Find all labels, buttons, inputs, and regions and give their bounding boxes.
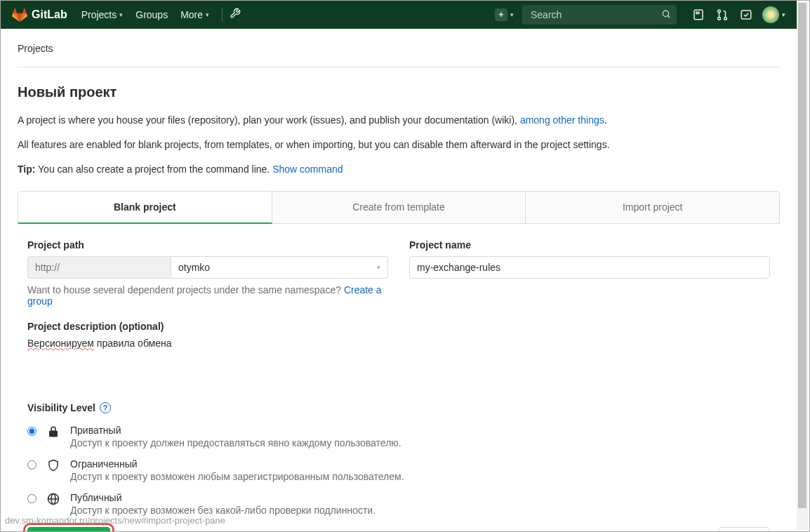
globe-icon (46, 493, 60, 505)
svg-rect-7 (741, 11, 751, 19)
visibility-internal-radio[interactable] (27, 460, 36, 470)
brand-logo[interactable]: GitLab (12, 8, 67, 22)
shield-icon (46, 459, 60, 472)
admin-wrench-icon[interactable] (230, 8, 241, 22)
tab-create-from-template[interactable]: Create from template (272, 192, 526, 223)
visibility-private-title: Приватный (70, 425, 401, 436)
chevron-down-icon: ▾ (782, 11, 785, 18)
tab-import-project[interactable]: Import project (526, 192, 779, 223)
new-menu[interactable]: +▾ (495, 8, 514, 21)
visibility-public-radio[interactable] (27, 494, 36, 503)
lock-icon (46, 425, 60, 438)
todos-icon[interactable] (740, 8, 752, 21)
avatar (762, 6, 779, 23)
chevron-down-icon: ▾ (206, 11, 209, 18)
visibility-internal-title: Ограниченный (70, 458, 404, 470)
topbar: GitLab Projects▾ Groups More▾ +▾ ▾ (1, 1, 797, 29)
project-name-input[interactable] (409, 256, 770, 279)
visibility-internal-desc: Доступ к проекту возможен любым зарегист… (70, 471, 404, 482)
chevron-down-icon: ▾ (119, 11, 123, 18)
status-bar-url: dev.sm-komandor.ru/projects/new#import-p… (5, 515, 225, 526)
path-prefix: http:// (27, 256, 171, 279)
svg-rect-3 (696, 12, 699, 13)
svg-point-4 (718, 10, 721, 13)
visibility-public-desc: Доступ к проекту возможен без какой-либо… (70, 505, 376, 516)
plus-icon: + (495, 8, 507, 21)
among-other-things-link[interactable]: among other things (520, 114, 604, 126)
visibility-private-radio[interactable] (27, 427, 36, 436)
tab-blank-project[interactable]: Blank project (18, 192, 272, 224)
svg-point-6 (724, 17, 727, 20)
intro-text: A project is where you house your files … (18, 113, 780, 177)
nav-more[interactable]: More▾ (180, 9, 209, 20)
svg-line-1 (668, 16, 670, 18)
create-project-button[interactable]: Create project (27, 527, 110, 531)
visibility-private-desc: Доступ к проекту должен предоставляться … (70, 437, 401, 448)
cancel-button[interactable]: Cancel (718, 527, 770, 531)
search-icon (661, 9, 671, 21)
brand-text: GitLab (32, 8, 67, 21)
scrollbar-thumb[interactable] (798, 3, 806, 508)
visibility-label: Visibility Level (27, 402, 95, 413)
search-input[interactable] (522, 5, 677, 25)
svg-point-0 (663, 11, 668, 16)
project-description-label: Project description (optional) (27, 321, 770, 332)
namespace-select[interactable]: otymko ▾ (171, 256, 388, 279)
chevron-down-icon: ▾ (377, 264, 380, 271)
namespace-help: Want to house several dependent projects… (27, 284, 388, 307)
nav-projects[interactable]: Projects▾ (81, 9, 124, 20)
divider (222, 8, 223, 22)
help-icon[interactable]: ? (100, 402, 111, 413)
svg-rect-2 (694, 10, 703, 20)
scrollbar[interactable] (797, 2, 808, 530)
gitlab-icon (12, 8, 27, 22)
project-type-tabs: Blank project Create from template Impor… (18, 191, 780, 224)
breadcrumb[interactable]: Projects (18, 43, 780, 67)
merge-requests-icon[interactable] (716, 8, 729, 21)
page-title: Новый проект (18, 84, 780, 100)
chevron-down-icon: ▾ (510, 11, 514, 18)
user-menu[interactable]: ▾ (758, 6, 785, 23)
project-name-label: Project name (409, 239, 770, 251)
project-path-label: Project path (27, 239, 388, 251)
svg-point-5 (718, 17, 721, 20)
show-command-link[interactable]: Show command (272, 164, 343, 175)
visibility-public-title: Публичный (70, 492, 376, 503)
issues-icon[interactable] (692, 8, 705, 21)
project-description-input[interactable]: Версионируем правила обмена (27, 338, 770, 388)
nav-groups[interactable]: Groups (135, 9, 168, 20)
